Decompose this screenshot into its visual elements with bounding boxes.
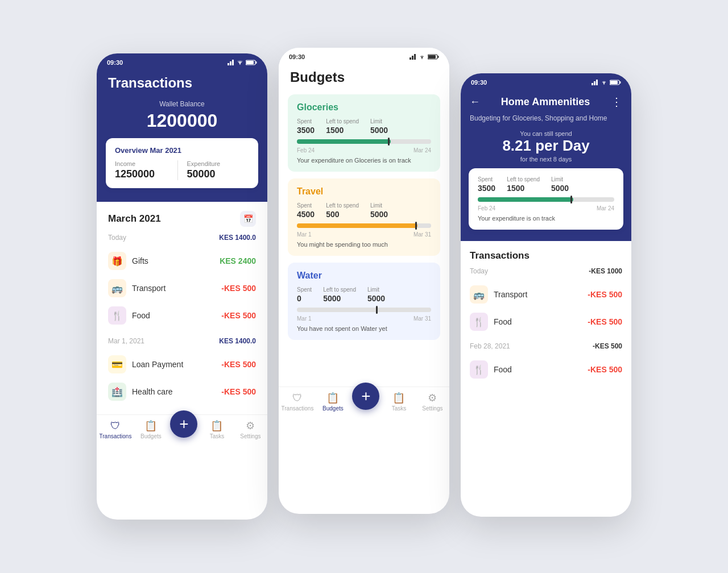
nav-icon-tasks: 📋 bbox=[210, 420, 223, 432]
tx-name-gifts: Gifts bbox=[132, 256, 214, 265]
detail-tx-name-food1: Food bbox=[494, 317, 582, 326]
wifi-icon bbox=[237, 60, 243, 65]
budgets-header: Budgets bbox=[279, 64, 449, 94]
budget-stat-left-w: Left to spend 5000 bbox=[323, 286, 356, 303]
next-days: for the next 8 days bbox=[470, 156, 622, 163]
svg-marker-7 bbox=[410, 57, 411, 60]
nav-2-icon-transactions: 🛡 bbox=[292, 392, 303, 404]
bottom-nav-2: 🛡 Transactions 📋 Budgets + 📋 Tasks ⚙ Set… bbox=[279, 387, 449, 418]
tx-name-transport: Transport bbox=[132, 284, 216, 293]
tx-loan[interactable]: 💳 Loan Payment -KES 500 bbox=[108, 351, 256, 378]
status-bar-3: 09:30 bbox=[461, 73, 631, 89]
budget-date-end-t: Mar 31 bbox=[413, 231, 431, 238]
detail-tx-name-food2: Food bbox=[494, 365, 582, 374]
budget-date-start-t: Mar 1 bbox=[297, 231, 312, 238]
detail-transactions: Transactions Today -KES 1000 🚌 Transport… bbox=[461, 241, 631, 383]
svg-point-10 bbox=[421, 58, 423, 59]
svg-rect-13 bbox=[428, 55, 436, 59]
detail-tx-amount-food1: -KES 500 bbox=[588, 317, 622, 326]
detail-date-start: Feb 24 bbox=[478, 205, 495, 211]
svg-marker-16 bbox=[596, 80, 598, 85]
expenditure-value: 50000 bbox=[187, 168, 250, 180]
tx-amount-transport: -KES 500 bbox=[221, 284, 256, 293]
nav-settings[interactable]: ⚙ Settings bbox=[236, 420, 264, 439]
tx-transport[interactable]: 🚌 Transport -KES 500 bbox=[108, 275, 256, 302]
tx-name-loan: Loan Payment bbox=[132, 360, 216, 369]
progress-fill-groceries bbox=[297, 139, 391, 144]
calendar-icon[interactable]: 📅 bbox=[240, 211, 256, 227]
time-3: 09:30 bbox=[471, 79, 487, 86]
wallet-balance: 1200000 bbox=[108, 110, 256, 131]
svg-rect-5 bbox=[256, 61, 257, 64]
phone-budgets: 09:30 Budgets Gloceries Spent 3500 bbox=[279, 48, 449, 514]
nav-2-settings[interactable]: ⚙ Settings bbox=[418, 392, 446, 412]
nav-2-add-button[interactable]: + bbox=[352, 383, 379, 410]
overview-card: Overview Mar 2021 Income 1250000 Expendi… bbox=[106, 138, 258, 188]
detail-title: Home Ammenities bbox=[501, 96, 590, 108]
income-label: Income bbox=[115, 160, 177, 167]
tx-food[interactable]: 🍴 Food -KES 500 bbox=[108, 302, 256, 329]
phone-detail: 09:30 ← Home Ammenities ⋮ Budgeting for … bbox=[461, 73, 631, 517]
nav-2-transactions[interactable]: 🛡 Transactions bbox=[282, 392, 314, 412]
signal-icon bbox=[228, 60, 234, 65]
detail-progress bbox=[478, 197, 614, 202]
detail-tx-title: Transactions bbox=[470, 250, 622, 261]
budget-stat-limit-g: Limit 5000 bbox=[370, 118, 388, 135]
tx-amount-food: -KES 500 bbox=[221, 311, 256, 320]
detail-tx-icon-food1: 🍴 bbox=[470, 313, 488, 331]
svg-rect-20 bbox=[610, 81, 618, 84]
nav-icon-settings: ⚙ bbox=[246, 420, 255, 432]
detail-subtitle: Budgeting for Gloceries, Shopping and Ho… bbox=[470, 114, 622, 122]
day-total-mar1: KES 1400.0 bbox=[219, 337, 256, 345]
transactions-title: Transactions bbox=[108, 75, 256, 91]
phone-transactions: 09:30 Transactions Wallet Balance 120000… bbox=[97, 53, 267, 520]
nav-label-budgets: Budgets bbox=[140, 433, 162, 439]
day-total-today: KES 1400.0 bbox=[219, 234, 256, 242]
detail-progress-fill bbox=[478, 197, 573, 202]
detail-tx-food2[interactable]: 🍴 Food -KES 500 bbox=[470, 356, 622, 383]
nav-label-tasks: Tasks bbox=[210, 433, 225, 439]
nav-2-tasks[interactable]: 📋 Tasks bbox=[384, 392, 413, 412]
budget-date-end-g: Mar 24 bbox=[413, 147, 431, 153]
nav-tasks[interactable]: 📋 Tasks bbox=[202, 420, 231, 439]
budget-date-end-w: Mar 31 bbox=[413, 315, 431, 322]
month-title: March 2021 bbox=[108, 213, 161, 225]
svg-marker-15 bbox=[594, 81, 595, 85]
svg-rect-12 bbox=[438, 56, 439, 58]
detail-tx-food1[interactable]: 🍴 Food -KES 500 bbox=[470, 308, 622, 335]
tx-icon-food: 🍴 bbox=[108, 306, 126, 325]
svg-point-3 bbox=[239, 64, 241, 65]
budget-date-start-w: Mar 1 bbox=[297, 315, 312, 322]
svg-point-17 bbox=[603, 84, 605, 85]
svg-rect-19 bbox=[620, 81, 621, 84]
detail-left: Left to spend 1500 bbox=[507, 176, 540, 193]
budget-status-travel: You might be spending too much bbox=[297, 241, 431, 248]
detail-tx-amount-transport: -KES 500 bbox=[588, 290, 622, 299]
detail-left-label: Left to spend bbox=[507, 176, 540, 182]
nav-budgets[interactable]: 📋 Budgets bbox=[136, 420, 165, 439]
back-button[interactable]: ← bbox=[470, 96, 480, 108]
day-label-mar1: Mar 1, 2021 bbox=[108, 337, 144, 345]
more-button[interactable]: ⋮ bbox=[611, 95, 622, 109]
nav-2-budgets[interactable]: 📋 Budgets bbox=[318, 392, 347, 412]
tx-health[interactable]: 🏥 Health care -KES 500 bbox=[108, 378, 256, 405]
detail-limit-value: 5000 bbox=[551, 184, 569, 193]
battery-icon-3 bbox=[610, 80, 621, 85]
nav-2-label-budgets: Budgets bbox=[322, 405, 344, 412]
nav-add-button[interactable]: + bbox=[170, 410, 197, 438]
budgets-scroll: Gloceries Spent 3500 Left to spend 1500 … bbox=[279, 94, 449, 387]
detail-spent-label: Spent bbox=[478, 176, 495, 182]
detail-tx-name-transport: Transport bbox=[494, 290, 582, 299]
nav-transactions[interactable]: 🛡 Transactions bbox=[100, 420, 132, 439]
nav-label-transactions: Transactions bbox=[100, 433, 132, 439]
tx-gifts[interactable]: 🎁 Gifts KES 2400 bbox=[108, 247, 256, 275]
detail-left-value: 1500 bbox=[507, 184, 540, 193]
bottom-nav-1: 🛡 Transactions 📋 Budgets + 📋 Tasks ⚙ Set… bbox=[97, 414, 267, 446]
progress-bar-water bbox=[297, 308, 431, 312]
detail-tx-icon-food2: 🍴 bbox=[470, 360, 488, 379]
nav-2-label-transactions: Transactions bbox=[282, 405, 314, 412]
tx-amount-health: -KES 500 bbox=[221, 387, 256, 396]
detail-day-label-feb28: Feb 28, 2021 bbox=[470, 342, 510, 350]
status-bar-1: 09:30 bbox=[97, 53, 267, 69]
detail-tx-transport[interactable]: 🚌 Transport -KES 500 bbox=[470, 281, 622, 308]
